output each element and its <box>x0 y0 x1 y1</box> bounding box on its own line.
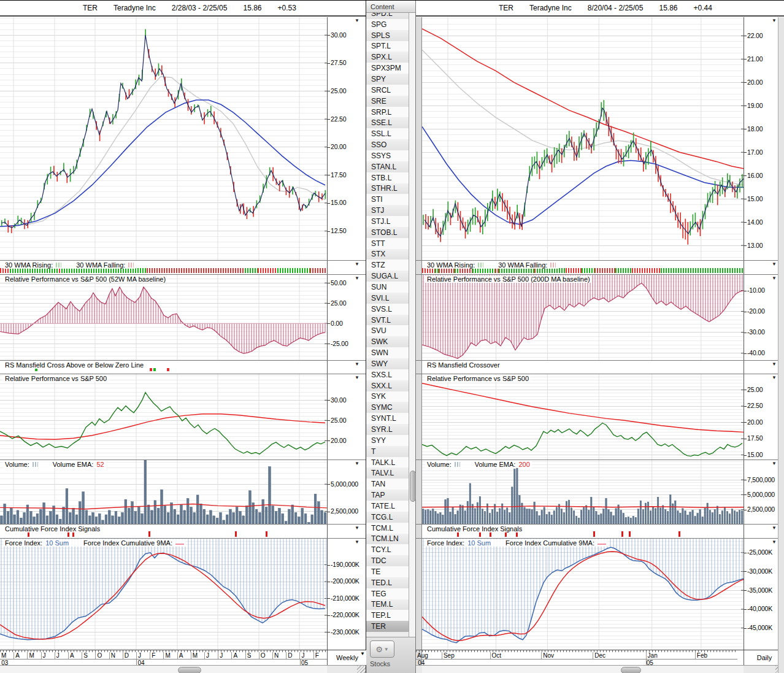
list-item[interactable]: TEG <box>366 588 409 599</box>
list-item[interactable]: TCM.L <box>366 523 409 534</box>
panel-menu-icon[interactable]: ▼ <box>355 261 359 267</box>
list-item[interactable]: STJ.L <box>366 216 409 227</box>
list-item[interactable]: TED.L <box>366 577 409 588</box>
wma-strip-plot[interactable]: 30 WMA Rising: 30 WMA Falling: <box>422 261 744 274</box>
mansfield-plot[interactable]: RS Mansfield Cross Above or Below Zero L… <box>0 361 327 374</box>
panel-menu-icon[interactable]: ▼ <box>772 261 777 267</box>
panel-menu-icon[interactable]: ▼ <box>355 539 359 545</box>
list-item[interactable]: STAN.L <box>366 161 409 172</box>
volume-plot[interactable]: Volume: Volume EMA: 200 <box>422 460 744 524</box>
resize-grip[interactable] <box>357 666 366 673</box>
list-item[interactable]: SSE.L <box>366 117 409 128</box>
panel-menu-icon[interactable]: ▼ <box>355 525 359 531</box>
force-plot[interactable]: Force Index: 10 Sum Force Index Cumulati… <box>422 539 744 650</box>
panel-menu-icon[interactable]: ▼ <box>772 525 777 531</box>
panel-menu-icon[interactable]: ▼ <box>355 18 359 23</box>
list-item[interactable]: SPD.L <box>366 13 409 19</box>
list-item[interactable]: SPX.L <box>366 52 409 63</box>
list-item[interactable]: STZ <box>366 260 409 271</box>
list-item[interactable]: TAP <box>366 490 409 501</box>
list-item[interactable]: SRE <box>366 96 409 107</box>
list-item[interactable]: SYMC <box>366 402 409 413</box>
list-item[interactable]: TALK.L <box>366 457 409 468</box>
list-item[interactable]: SPG <box>366 19 409 30</box>
list-item[interactable]: TATE.L <box>366 501 409 512</box>
list-item[interactable]: SRCL <box>366 85 409 96</box>
rs-hist-plot[interactable]: Relative Performance vs S&P 500 (200D MA… <box>422 275 744 360</box>
list-item[interactable]: SXX.L <box>366 380 409 391</box>
list-item[interactable]: SPY <box>366 74 409 85</box>
list-item[interactable]: TE <box>366 566 409 577</box>
list-item[interactable]: SUGA.L <box>366 271 409 282</box>
list-item[interactable]: SYR.L <box>366 424 409 435</box>
panel-menu-icon[interactable]: ▼ <box>772 461 777 466</box>
list-item[interactable]: TEP.L <box>366 610 409 621</box>
list-item[interactable]: SWK <box>366 336 409 347</box>
list-item[interactable]: TEM.L <box>366 599 409 610</box>
panel-menu-icon[interactable]: ▼ <box>355 275 359 281</box>
list-item[interactable]: TAN <box>366 479 409 490</box>
scrollbar-thumb[interactable] <box>621 667 641 673</box>
list-item[interactable]: TCM.LN <box>366 534 409 545</box>
panel-menu-icon[interactable]: ▼ <box>355 361 359 367</box>
content-list-header[interactable]: Content <box>366 1 415 13</box>
force-plot[interactable]: Force Index: 10 Sum Force Index Cumulati… <box>0 539 327 650</box>
list-item[interactable]: TCG.L <box>366 512 409 523</box>
gear-button[interactable]: ⚙ ▼ <box>370 640 394 658</box>
list-item[interactable]: SPX3PM <box>366 63 409 74</box>
horizontal-scrollbar[interactable] <box>422 666 744 673</box>
rs-line-plot[interactable]: Relative Performance vs S&P 500 <box>0 374 327 460</box>
list-item[interactable]: SXS.L <box>366 369 409 380</box>
list-item[interactable]: TER <box>366 621 409 632</box>
list-item[interactable]: SRP.L <box>366 107 409 118</box>
rs-line-plot[interactable]: Relative Performance vs S&P 500 <box>422 374 744 460</box>
list-item[interactable]: TALV.L <box>366 467 409 479</box>
list-item[interactable]: SPT.L <box>366 41 409 52</box>
panel-menu-icon[interactable]: ▼ <box>772 539 777 545</box>
list-item[interactable]: STOB.L <box>366 227 409 238</box>
panel-menu-icon[interactable]: ▼ <box>355 375 359 380</box>
mansfield-plot[interactable]: RS Mansfield Crossover <box>422 361 744 374</box>
cfi-plot[interactable]: Cumulative Force Index Signals <box>0 525 327 538</box>
list-item[interactable]: SSL.L <box>366 128 409 139</box>
cfi-plot[interactable]: Cumulative Force Index Signals <box>422 525 744 538</box>
panel-menu-icon[interactable]: ▼ <box>772 361 777 367</box>
list-item[interactable]: STHR.L <box>366 183 409 194</box>
list-item[interactable]: STJ <box>366 205 409 216</box>
horizontal-scrollbar[interactable] <box>0 666 327 673</box>
list-item[interactable]: SVT.L <box>366 315 409 326</box>
list-item[interactable]: STX <box>366 249 409 260</box>
panel-menu-icon[interactable]: ▼ <box>772 18 777 23</box>
force-ma-swatch-icon <box>598 544 606 545</box>
list-item[interactable]: SVI.L <box>366 293 409 304</box>
list-scrollbar-thumb[interactable] <box>410 471 416 502</box>
list-item[interactable]: SUN <box>366 282 409 293</box>
list-scrollbar[interactable] <box>409 13 415 637</box>
list-item[interactable]: STB.L <box>366 172 409 183</box>
list-item[interactable]: SSYS <box>366 150 409 161</box>
list-item[interactable]: SWN <box>366 347 409 358</box>
price-plot[interactable] <box>422 17 744 260</box>
rs-hist-plot[interactable]: Relative Performance vs S&P 500 (52W MA … <box>0 275 327 360</box>
list-item[interactable]: SWY <box>366 358 409 369</box>
list-item[interactable]: SSO <box>366 139 409 150</box>
period-selector[interactable]: Weekly ▼ <box>327 650 367 665</box>
price-plot[interactable] <box>0 17 327 260</box>
list-item[interactable]: T <box>366 446 409 457</box>
panel-menu-icon[interactable]: ▼ <box>772 275 777 281</box>
list-item[interactable]: TDC <box>366 555 409 566</box>
panel-menu-icon[interactable]: ▼ <box>355 461 359 466</box>
list-item[interactable]: SVU <box>366 325 409 336</box>
list-item[interactable]: SYNT.L <box>366 413 409 424</box>
volume-plot[interactable]: Volume: Volume EMA: 52 <box>0 460 327 524</box>
scrollbar-thumb[interactable] <box>178 667 201 673</box>
wma-strip-plot[interactable]: 30 WMA Rising: 30 WMA Falling: <box>0 261 327 274</box>
list-item[interactable]: STI <box>366 194 409 205</box>
list-item[interactable]: SVS.L <box>366 304 409 315</box>
list-item[interactable]: TCY.L <box>366 544 409 555</box>
list-item[interactable]: SPLS <box>366 30 409 41</box>
list-item[interactable]: SYK <box>366 391 409 402</box>
list-item[interactable]: SYY <box>366 435 409 446</box>
list-item[interactable]: STT <box>366 238 409 249</box>
panel-menu-icon[interactable]: ▼ <box>772 375 777 380</box>
